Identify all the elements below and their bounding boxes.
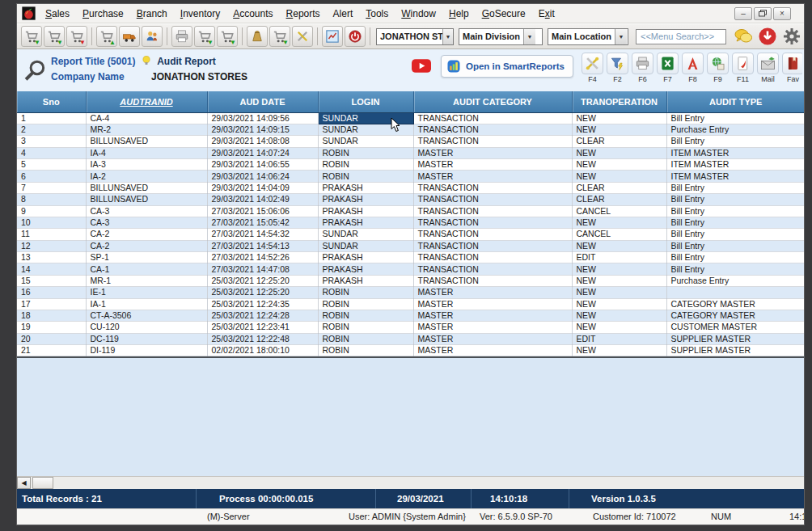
cell-audit-category[interactable]: TRANSACTION [413, 205, 572, 217]
cell-aud-date[interactable]: 25/03/2021 12:23:41 [207, 322, 318, 333]
cell-tranoperation[interactable]: NEW [572, 124, 666, 135]
cell-sno[interactable]: 3 [17, 136, 86, 147]
menu-item-window[interactable]: Window [395, 6, 442, 21]
cell-login[interactable]: ROBIN [318, 298, 413, 310]
cell-audtranid[interactable]: IA-1 [86, 298, 207, 310]
cell-audit-type[interactable]: CATEGORY MASTER [666, 298, 805, 310]
cell-login[interactable]: PRAKASH [318, 275, 413, 286]
cell-audtranid[interactable]: SP-1 [86, 252, 207, 263]
cell-audit-type[interactable]: Purchase Entry [666, 275, 805, 286]
menu-item-gosecure[interactable]: GoSecure [476, 6, 532, 21]
cell-aud-date[interactable]: 29/03/2021 14:07:24 [207, 147, 318, 158]
cell-login[interactable]: ROBIN [318, 310, 413, 321]
column-header-login[interactable]: LOGIN [318, 91, 413, 112]
cell-audit-type[interactable]: Bill Entry [666, 205, 805, 217]
cart-green-icon[interactable]: ▼ [194, 26, 215, 47]
cell-tranoperation[interactable]: NEW [572, 112, 666, 124]
chat-bubbles-icon[interactable] [734, 27, 753, 46]
cell-aud-date[interactable]: 29/03/2021 14:08:08 [207, 136, 318, 147]
cell-tranoperation[interactable]: NEW [572, 159, 666, 171]
cell-login[interactable]: ROBIN [318, 159, 413, 171]
cell-audit-type[interactable]: ITEM MASTER [666, 147, 805, 158]
cart-plain-icon[interactable]: ▲ [96, 26, 117, 47]
cell-audtranid[interactable]: MR-2 [86, 124, 207, 135]
cell-sno[interactable]: 9 [17, 205, 86, 217]
menu-item-reports[interactable]: Reports [280, 6, 327, 21]
cell-audit-category[interactable]: TRANSACTION [413, 194, 572, 205]
cell-audit-type[interactable]: Bill Entry [666, 240, 805, 251]
cell-audtranid[interactable]: BILLUNSAVED [86, 194, 207, 205]
cell-tranoperation[interactable]: NEW [572, 287, 666, 298]
cell-aud-date[interactable]: 25/03/2021 12:24:28 [207, 310, 318, 321]
cell-login[interactable]: PRAKASH [318, 263, 413, 275]
cell-audit-category[interactable]: MASTER [413, 345, 572, 356]
cart-red-icon[interactable]: ▼ [66, 26, 87, 47]
cell-tranoperation[interactable]: CANCEL [572, 205, 666, 217]
cell-audtranid[interactable]: CT-A-3506 [86, 310, 207, 321]
menu-item-purchase[interactable]: Purchase [76, 6, 130, 21]
cell-audtranid[interactable]: IA-4 [86, 147, 207, 158]
cell-sno[interactable]: 20 [17, 333, 86, 344]
cell-login[interactable]: ROBIN [318, 333, 413, 344]
cell-login[interactable]: PRAKASH [318, 252, 413, 263]
cell-aud-date[interactable]: 27/03/2021 15:05:42 [207, 217, 318, 228]
cell-sno[interactable]: 18 [17, 310, 86, 321]
cell-audit-category[interactable]: TRANSACTION [413, 263, 572, 275]
printer-icon[interactable] [171, 26, 192, 47]
cell-audit-category[interactable]: TRANSACTION [413, 240, 572, 251]
minimize-button[interactable]: – [734, 7, 752, 20]
doc-action-button[interactable]: F11 [731, 53, 755, 83]
cell-aud-date[interactable]: 29/03/2021 14:04:09 [207, 182, 318, 193]
cell-audtranid[interactable]: DC-119 [86, 333, 207, 344]
funnel-action-button[interactable]: F2 [606, 53, 629, 83]
cell-aud-date[interactable]: 27/03/2021 15:06:06 [207, 205, 318, 217]
scroll-left-arrow-icon[interactable]: ◀ [17, 477, 31, 489]
settings-gear-icon[interactable] [782, 27, 801, 46]
company-select[interactable]: JONATHON STO ▼ [376, 28, 454, 45]
cell-aud-date[interactable]: 25/03/2021 12:24:35 [207, 298, 318, 310]
cell-audit-type[interactable] [666, 287, 805, 298]
column-header-audit-type[interactable]: AUDIT TYPE [666, 91, 805, 112]
cell-audtranid[interactable]: BILLUNSAVED [86, 182, 207, 193]
book-action-button[interactable]: Fav [781, 53, 802, 83]
cell-audit-type[interactable]: CUSTOMER MASTER [666, 322, 805, 333]
cell-aud-date[interactable]: 25/03/2021 12:22:48 [207, 333, 318, 344]
cell-audit-type[interactable]: Bill Entry [666, 112, 805, 124]
scrollbar-thumb[interactable] [32, 477, 53, 489]
cell-audit-category[interactable]: MASTER [413, 310, 572, 321]
cell-audit-category[interactable]: MASTER [413, 333, 572, 344]
cell-tranoperation[interactable]: EDIT [572, 252, 666, 263]
cell-audit-category[interactable]: TRANSACTION [413, 124, 572, 135]
cell-audit-category[interactable]: TRANSACTION [413, 136, 572, 147]
menu-item-tools[interactable]: Tools [359, 6, 395, 21]
cell-login[interactable]: PRAKASH [318, 194, 413, 205]
cell-login[interactable]: ROBIN [318, 345, 413, 356]
cell-tranoperation[interactable]: CLEAR [572, 182, 666, 193]
menu-item-branch[interactable]: Branch [130, 6, 174, 21]
cell-audit-category[interactable]: MASTER [413, 322, 572, 333]
cell-login[interactable]: ROBIN [318, 287, 413, 298]
tools-action-button[interactable]: F4 [581, 53, 604, 83]
cell-audtranid[interactable]: CA-3 [86, 205, 207, 217]
cell-audit-type[interactable]: CATEGORY MASTER [666, 310, 805, 321]
cell-sno[interactable]: 12 [17, 240, 86, 251]
cell-sno[interactable]: 7 [17, 182, 86, 193]
cell-login[interactable]: PRAKASH [318, 182, 413, 193]
cell-audit-type[interactable]: SUPPLIER MASTER [666, 345, 805, 356]
cell-tranoperation[interactable]: NEW [572, 263, 666, 275]
cell-aud-date[interactable]: 25/03/2021 12:25:20 [207, 287, 318, 298]
menu-item-sales[interactable]: Sales [39, 6, 76, 21]
menu-item-alert[interactable]: Alert [327, 6, 360, 21]
column-header-sno[interactable]: Sno [17, 91, 86, 112]
cell-sno[interactable]: 6 [17, 171, 86, 182]
cell-login[interactable]: ROBIN [318, 171, 413, 182]
excel-action-button[interactable]: F7 [656, 53, 679, 83]
cell-aud-date[interactable]: 29/03/2021 14:02:49 [207, 194, 318, 205]
mail-action-button[interactable]: Mail [756, 53, 780, 83]
cell-tranoperation[interactable]: NEW [572, 310, 666, 321]
cell-sno[interactable]: 21 [17, 345, 86, 356]
cell-sno[interactable]: 5 [17, 159, 86, 171]
cell-audtranid[interactable]: DI-119 [86, 345, 207, 356]
cart-green-icon[interactable]: ▼ [44, 26, 65, 47]
cell-aud-date[interactable]: 02/02/2021 18:00:10 [207, 345, 318, 356]
